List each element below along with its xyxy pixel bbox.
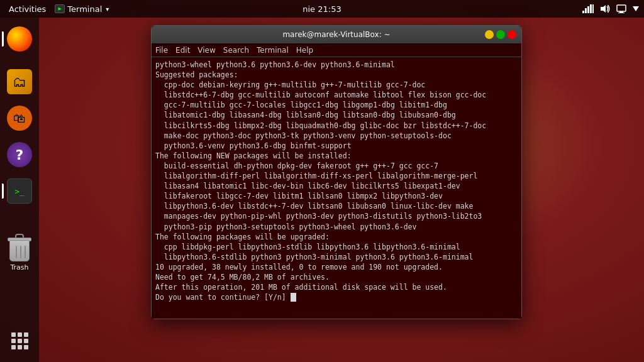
terminal-taskbar-item[interactable]: Terminal ▾ bbox=[55, 4, 109, 14]
minimize-button[interactable] bbox=[485, 30, 494, 39]
svg-rect-6 bbox=[617, 5, 626, 11]
terminal-taskbar-arrow: ▾ bbox=[106, 6, 109, 13]
help-icon: ? bbox=[7, 142, 32, 167]
terminal-cursor bbox=[291, 293, 296, 302]
svg-rect-1 bbox=[585, 8, 587, 13]
sidebar-item-apps[interactable] bbox=[6, 327, 33, 354]
svg-rect-3 bbox=[590, 4, 592, 13]
svg-marker-5 bbox=[601, 5, 606, 13]
datetime-label: nie 21:53 bbox=[303, 4, 341, 14]
system-tray-icon[interactable] bbox=[616, 4, 626, 13]
topbar-clock: nie 21:53 bbox=[303, 4, 341, 14]
menu-edit[interactable]: Edit bbox=[175, 46, 190, 55]
terminal-output: python3-wheel python3.6 python3.6-dev py… bbox=[155, 60, 518, 302]
terminal-window-title: marek@marek-VirtualBox: ~ bbox=[282, 30, 390, 39]
svg-rect-7 bbox=[619, 11, 623, 13]
terminal-icon: >_ bbox=[7, 178, 32, 204]
terminal-window: marek@marek-VirtualBox: ~ File Edit View… bbox=[151, 25, 522, 319]
menu-view[interactable]: View bbox=[197, 46, 215, 55]
svg-rect-4 bbox=[592, 4, 594, 13]
terminal-titlebar: marek@marek-VirtualBox: ~ bbox=[152, 26, 521, 43]
trash-icon bbox=[7, 234, 32, 261]
sidebar-item-firefox[interactable] bbox=[6, 25, 33, 53]
svg-marker-9 bbox=[633, 6, 639, 11]
terminal-menubar: File Edit View Search Terminal Help bbox=[152, 43, 521, 57]
topbar: Activities Terminal ▾ nie 21:53 bbox=[0, 0, 644, 18]
store-icon bbox=[7, 106, 32, 131]
activities-button[interactable]: Activities bbox=[5, 4, 50, 14]
files-icon bbox=[7, 69, 32, 94]
firefox-icon bbox=[7, 26, 32, 52]
trash-label: Trash bbox=[10, 263, 28, 272]
close-button[interactable] bbox=[508, 30, 516, 39]
menu-search[interactable]: Search bbox=[223, 46, 249, 55]
sidebar-item-store[interactable] bbox=[6, 104, 33, 132]
terminal-taskbar-label: Terminal bbox=[67, 4, 102, 14]
topbar-right bbox=[582, 4, 639, 13]
menu-file[interactable]: File bbox=[155, 46, 168, 55]
apps-grid-icon bbox=[7, 328, 32, 353]
topbar-left: Activities Terminal ▾ bbox=[5, 4, 109, 14]
svg-rect-8 bbox=[618, 13, 625, 13]
menu-terminal[interactable]: Terminal bbox=[257, 46, 289, 55]
volume-icon[interactable] bbox=[600, 4, 610, 13]
sidebar-item-trash[interactable]: Trash bbox=[7, 234, 32, 272]
terminal-content[interactable]: python3-wheel python3.6 python3.6-dev py… bbox=[152, 57, 521, 319]
sidebar: Trash ? >_ bbox=[0, 18, 39, 362]
svg-rect-0 bbox=[582, 11, 584, 13]
sidebar-item-terminal[interactable]: >_ bbox=[6, 177, 33, 205]
window-controls bbox=[485, 30, 516, 39]
dropdown-arrow-icon[interactable] bbox=[633, 6, 639, 11]
network-icon[interactable] bbox=[582, 4, 594, 13]
desktop: Activities Terminal ▾ nie 21:53 bbox=[0, 0, 644, 362]
terminal-taskbar-icon bbox=[55, 4, 65, 13]
sidebar-item-files[interactable] bbox=[6, 68, 33, 96]
sidebar-item-help[interactable]: ? bbox=[6, 141, 33, 168]
menu-help[interactable]: Help bbox=[296, 46, 313, 55]
svg-rect-2 bbox=[587, 6, 589, 13]
maximize-button[interactable] bbox=[496, 30, 505, 39]
